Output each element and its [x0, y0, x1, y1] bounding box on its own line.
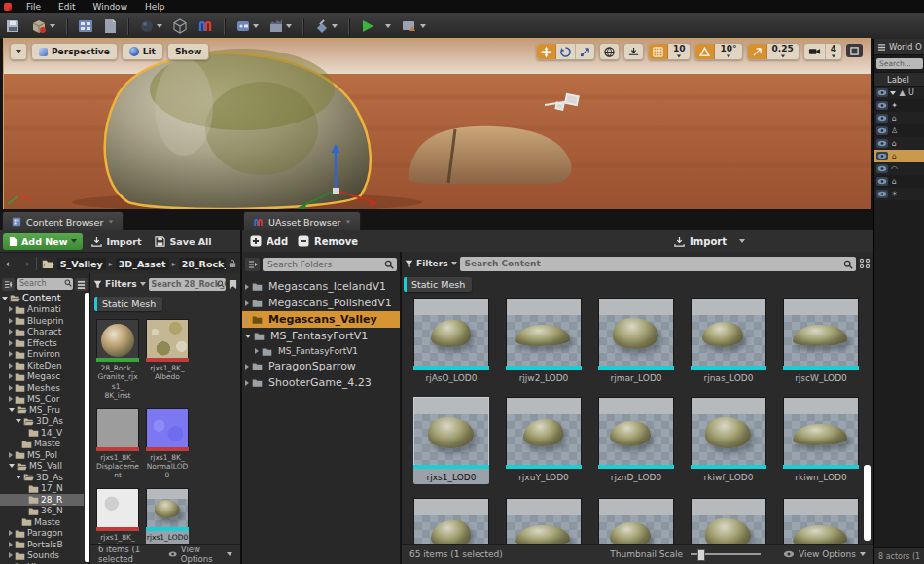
world-local-toggle[interactable] — [600, 44, 619, 59]
collections-icon[interactable] — [75, 278, 88, 291]
outliner-label-column-header[interactable]: Label — [874, 72, 924, 87]
tree-item-3d_as[interactable]: 3D_As — [0, 416, 84, 428]
scale-snap-value[interactable]: 0.25 — [767, 44, 799, 59]
show-menu-button[interactable]: Show — [167, 43, 209, 60]
tree-item-sounds[interactable]: Sounds — [0, 550, 84, 562]
tree-item-ms_fru[interactable]: MS_Fru — [0, 405, 84, 416]
asset-tile-rjxs1-8k-[interactable]: rjxs1_8K_Roughness — [96, 488, 139, 551]
menu-item-edit[interactable]: Edit — [50, 2, 84, 12]
asset-tile-rjxs1-lod0[interactable]: rjxs1_LOD0 — [146, 488, 189, 551]
tree-item-14_v[interactable]: 14_V — [0, 427, 84, 439]
uab-folder-expand-arrow-icon[interactable] — [245, 284, 249, 290]
add-new-button[interactable]: Add New — [3, 233, 83, 250]
tree-item-paragon[interactable]: Paragon — [0, 528, 84, 540]
uab-folder-expand-arrow-icon[interactable] — [245, 380, 249, 386]
outliner-row[interactable]: ▲U — [874, 87, 924, 99]
outliner-row[interactable]: ⌂ — [874, 150, 924, 162]
uab-asset-tile-rjxs1_lod0[interactable]: rjxs1_LOD0 — [413, 397, 489, 484]
grid-snap-value[interactable]: 10 — [668, 44, 691, 59]
uab-folder-search-input[interactable]: Search Folders — [263, 258, 397, 271]
tree-expand-arrow-icon[interactable] — [9, 318, 13, 324]
outliner-row[interactable]: ♙ — [874, 124, 924, 137]
tab-content-browser[interactable]: Content Browser — [2, 211, 124, 231]
uab-view-options-button[interactable]: View Options — [783, 549, 866, 559]
perspective-button[interactable]: Perspective — [31, 43, 118, 60]
asset-tile-rjxs1-8k-[interactable]: rjxs1_8K_NormalLOD0 — [146, 408, 189, 480]
rotate-tool-button[interactable] — [556, 44, 576, 59]
menu-item-window[interactable]: Window — [85, 2, 137, 12]
visibility-eye-button[interactable] — [876, 190, 888, 198]
tree-item-maste[interactable]: Maste — [0, 516, 84, 528]
outliner-row[interactable]: ⌂ — [874, 137, 924, 150]
visibility-eye-button[interactable] — [876, 139, 888, 148]
tree-expand-arrow-icon[interactable] — [9, 306, 13, 312]
uab-sources-toggle-icon[interactable] — [245, 258, 260, 271]
asset-search-input[interactable]: Search 28_Rock_G — [149, 278, 226, 291]
tree-item-content[interactable]: Content — [0, 293, 84, 304]
uab-folder-expand-arrow-icon[interactable] — [245, 300, 249, 306]
uab-folder-expand-arrow-icon[interactable] — [245, 335, 251, 338]
scale-tool-button[interactable] — [576, 44, 594, 59]
launch-button[interactable] — [396, 17, 431, 36]
uab-folder-paragonsparrow[interactable]: ParagonSparrow — [242, 358, 400, 374]
thumbnail-scale-slider[interactable] — [691, 553, 761, 555]
cb-view-options-button[interactable]: View Options — [168, 545, 232, 564]
build-button[interactable] — [309, 17, 342, 36]
cube-tool-icon[interactable] — [167, 17, 193, 36]
breadcrumb-item[interactable]: S_Valley — [57, 258, 106, 270]
tree-item-36_n[interactable]: 36_N — [0, 506, 84, 517]
uab-folder-shootergame_4.23[interactable]: ShooterGame_4.23 — [242, 374, 400, 391]
import-button[interactable]: Import — [87, 233, 146, 250]
tree-expand-arrow-icon[interactable] — [9, 408, 15, 412]
uab-folder-megascans_valley[interactable]: Megascans_Valley — [242, 311, 400, 328]
rotation-snap-toggle[interactable] — [695, 44, 715, 59]
tree-item-28_r[interactable]: 28_R — [0, 494, 84, 506]
tree-expand-arrow-icon[interactable] — [9, 530, 13, 536]
asset-tile-rjxs1-8k-[interactable]: rjxs1_8K_Albedo — [146, 319, 189, 401]
tree-item-environ[interactable]: Environ — [0, 349, 84, 361]
visibility-eye-button[interactable] — [876, 126, 888, 135]
sources-search-input[interactable]: Search — [17, 278, 73, 290]
uab-static-mesh-filter-chip[interactable]: Static Mesh — [404, 277, 472, 292]
uab-remove-button[interactable]: Remove — [298, 235, 358, 247]
tree-expand-arrow-icon[interactable] — [9, 542, 13, 547]
tree-expand-arrow-icon[interactable] — [9, 363, 13, 369]
visibility-eye-button[interactable] — [876, 177, 888, 186]
camera-speed-value[interactable]: 4 — [826, 44, 841, 59]
tree-expand-arrow-icon[interactable] — [16, 419, 21, 423]
tree-item-17_n[interactable]: 17_N — [0, 483, 84, 495]
tree-item-3d_as[interactable]: 3D_As — [0, 472, 84, 483]
tree-item-animati[interactable]: Animati — [0, 304, 84, 316]
forward-button[interactable]: → — [18, 259, 30, 269]
tab-uasset-browser[interactable]: UAsset Browser — [243, 211, 361, 231]
visibility-eye-button[interactable] — [876, 114, 888, 123]
uab-folder-ms_fantasyfortv1[interactable]: MS_FantasyFortV1 — [242, 344, 400, 358]
tree-expand-arrow-icon[interactable] — [16, 476, 21, 479]
outliner-row[interactable]: ⌂ — [874, 175, 924, 188]
tree-item-maste[interactable]: Maste — [0, 439, 84, 450]
asset-tile-rjxs1-8k-[interactable]: rjxs1_8K_Displacement — [96, 408, 139, 480]
tree-expand-arrow-icon[interactable] — [9, 351, 13, 357]
visibility-eye-button[interactable] — [876, 164, 888, 173]
breadcrumb-item[interactable]: 3D_Asset — [116, 258, 169, 270]
quixel-bridge-button[interactable] — [193, 17, 218, 36]
tree-item-portalsb[interactable]: PortalsB — [0, 539, 84, 550]
tree-scrollbar[interactable] — [85, 293, 89, 562]
visibility-eye-button[interactable] — [876, 152, 888, 160]
tree-expand-arrow-icon[interactable] — [9, 340, 13, 346]
visibility-eye-button[interactable] — [876, 88, 888, 97]
tree-item-blueprin[interactable]: Blueprin — [0, 315, 84, 327]
tree-expand-arrow-icon[interactable] — [9, 452, 13, 458]
uab-folder-expand-arrow-icon[interactable] — [245, 317, 249, 323]
uab-asset-tile-rjscw_lod0[interactable]: rjscW_LOD0 — [783, 298, 859, 383]
tree-expand-arrow-icon[interactable] — [9, 552, 13, 558]
tree-item-ms_cor[interactable]: MS_Cor — [0, 394, 84, 405]
source-control-button[interactable] — [25, 17, 60, 36]
tree-item-ms_pol[interactable]: MS_Pol — [0, 449, 84, 461]
settings-button[interactable] — [134, 17, 167, 36]
tab-world-outliner[interactable]: World O — [874, 39, 924, 55]
move-tool-button[interactable] — [537, 44, 556, 59]
uab-asset-tile-rjznd_lod0[interactable]: rjznD_LOD0 — [598, 397, 674, 484]
uab-settings-icon[interactable] — [859, 258, 871, 269]
save-button[interactable] — [0, 17, 25, 36]
